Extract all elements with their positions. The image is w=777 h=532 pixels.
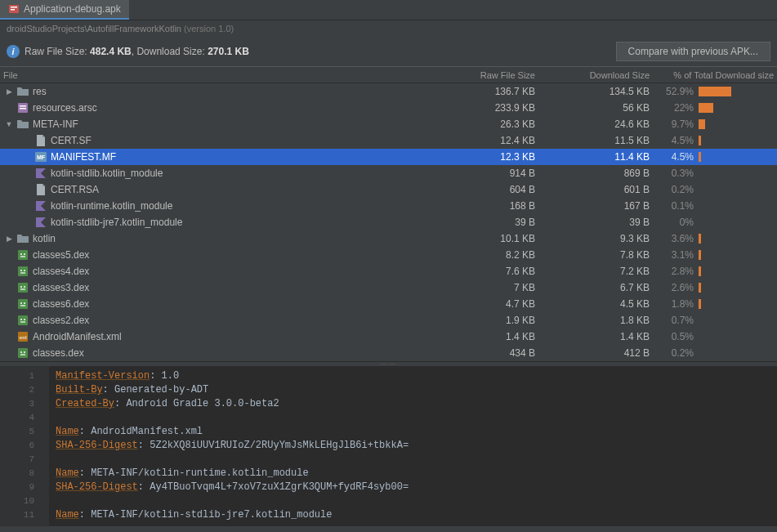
table-row[interactable]: classes3.dex7 KB6.7 KB2.6% xyxy=(0,279,777,296)
cell-file: ▶kotlin xyxy=(0,232,427,245)
cell-bar xyxy=(695,250,777,260)
km-icon xyxy=(34,167,47,180)
file-icon xyxy=(34,183,47,196)
dex-icon xyxy=(16,248,29,262)
cell-file: classes3.dex xyxy=(0,281,427,294)
table-row[interactable]: classes.dex434 B412 B0.2% xyxy=(0,345,777,361)
cell-percent: 0.2% xyxy=(656,184,695,195)
table-row[interactable]: classes5.dex8.2 KB7.8 KB3.1% xyxy=(0,247,777,263)
file-name: classes4.dex xyxy=(33,266,89,277)
bar-fill xyxy=(699,234,701,244)
svg-rect-14 xyxy=(18,283,28,293)
code-line: Manifest-Version: 1.0 xyxy=(56,369,770,383)
table-row[interactable]: classes2.dex1.9 KB1.8 KB0.7% xyxy=(0,312,777,329)
line-number: 9 xyxy=(0,481,34,494)
svg-rect-5 xyxy=(20,108,26,110)
table-row[interactable]: kotlin-stdlib-jre7.kotlin_module39 B39 B… xyxy=(0,214,777,230)
cell-raw-size: 434 B xyxy=(427,347,542,359)
table-row[interactable]: ▼META-INF26.3 KB24.6 KB9.7% xyxy=(0,116,777,132)
bar-fill xyxy=(699,266,701,276)
table-row[interactable]: xmlAndroidManifest.xml1.4 KB1.4 KB0.5% xyxy=(0,329,777,345)
svg-rect-2 xyxy=(11,9,15,11)
code-line xyxy=(56,411,770,425)
svg-point-21 xyxy=(20,319,22,320)
line-number: 7 xyxy=(0,453,34,467)
file-name: CERT.RSA xyxy=(51,184,99,195)
column-pct[interactable]: % of Total Download size xyxy=(656,67,777,83)
table-row[interactable]: MFMANIFEST.MF12.3 KB11.4 KB4.5% xyxy=(0,149,777,165)
km-icon xyxy=(34,216,47,229)
cell-download-size: 7.2 KB xyxy=(542,266,656,277)
cell-file: classes4.dex xyxy=(0,265,427,278)
svg-rect-11 xyxy=(18,266,28,276)
line-number: 2 xyxy=(0,383,34,397)
cell-percent: 0.1% xyxy=(656,200,695,212)
dex-icon xyxy=(16,314,29,327)
bar-fill xyxy=(699,119,705,129)
cell-bar xyxy=(695,315,777,325)
cell-download-size: 11.4 KB xyxy=(542,151,656,163)
cell-percent: 4.5% xyxy=(656,151,695,163)
cell-raw-size: 12.4 KB xyxy=(427,135,542,146)
folder-icon xyxy=(16,85,29,98)
file-name: META-INF xyxy=(33,118,78,130)
line-number: 1 xyxy=(0,369,34,383)
editor-tab[interactable]: Application-debug.apk xyxy=(0,0,129,20)
cell-percent: 3.1% xyxy=(656,249,695,261)
bar-fill xyxy=(699,103,713,113)
folder-icon xyxy=(16,118,29,131)
table-row[interactable]: kotlin-stdlib.kotlin_module914 B869 B0.3… xyxy=(0,165,777,181)
cell-raw-size: 1.9 KB xyxy=(427,315,542,326)
table-row[interactable]: ▶res136.7 KB134.5 KB52.9% xyxy=(0,83,777,100)
cell-file: kotlin-runtime.kotlin_module xyxy=(0,199,427,212)
table-row[interactable]: kotlin-runtime.kotlin_module168 B167 B0.… xyxy=(0,198,777,214)
svg-point-26 xyxy=(20,351,22,353)
cell-download-size: 167 B xyxy=(542,200,656,212)
cell-bar xyxy=(695,266,777,276)
cell-raw-size: 39 B xyxy=(427,217,542,228)
cell-raw-size: 604 B xyxy=(427,184,542,195)
cell-download-size: 39 B xyxy=(542,217,656,228)
file-name: classes6.dex xyxy=(33,298,89,310)
dex-icon xyxy=(16,346,29,360)
line-number: 6 xyxy=(0,439,34,453)
column-download-size[interactable]: Download Size xyxy=(542,67,656,83)
cell-file: resources.arsc xyxy=(0,101,427,114)
svg-point-15 xyxy=(20,286,22,288)
chevron-right-icon[interactable]: ▶ xyxy=(5,235,13,243)
breadcrumb-path: droidStudioProjects\AutofillFrameworkKot… xyxy=(7,24,181,34)
cell-percent: 2.6% xyxy=(656,282,695,293)
cell-file: CERT.SF xyxy=(0,134,427,147)
code-line: Created-By: Android Gradle 3.0.0-beta2 xyxy=(56,397,770,411)
manifest-editor: 1234567891011 Manifest-Version: 1.0Built… xyxy=(0,366,777,526)
table-row[interactable]: classes6.dex4.7 KB4.5 KB1.8% xyxy=(0,296,777,312)
cell-download-size: 4.5 KB xyxy=(542,298,656,310)
chevron-right-icon[interactable]: ▶ xyxy=(5,87,13,96)
table-row[interactable]: resources.arsc233.9 KB56 KB22% xyxy=(0,100,777,116)
compare-apk-button[interactable]: Compare with previous APK... xyxy=(616,42,770,61)
column-raw-size[interactable]: Raw File Size xyxy=(427,67,542,83)
chevron-down-icon[interactable]: ▼ xyxy=(5,120,13,128)
raw-size-label: Raw File Size: xyxy=(25,46,87,57)
table-row[interactable]: CERT.SF12.4 KB11.5 KB4.5% xyxy=(0,132,777,149)
column-file[interactable]: File xyxy=(0,67,427,83)
file-name: classes2.dex xyxy=(33,315,89,326)
cell-raw-size: 7 KB xyxy=(427,282,542,293)
cell-raw-size: 4.7 KB xyxy=(427,298,542,310)
cell-download-size: 6.7 KB xyxy=(542,282,656,293)
table-body: ▶res136.7 KB134.5 KB52.9%resources.arsc2… xyxy=(0,83,777,361)
code-line: SHA-256-Digest: Ay4TBuoTvqm4L+7xoV7zuX1Z… xyxy=(56,481,770,494)
cell-percent: 3.6% xyxy=(656,233,695,244)
cell-percent: 9.7% xyxy=(656,118,695,130)
file-name: kotlin-stdlib.kotlin_module xyxy=(51,168,163,179)
table-row[interactable]: CERT.RSA604 B601 B0.2% xyxy=(0,181,777,198)
cell-raw-size: 12.3 KB xyxy=(427,151,542,163)
cell-bar xyxy=(695,168,777,178)
table-row[interactable]: classes4.dex7.6 KB7.2 KB2.8% xyxy=(0,263,777,279)
cell-bar xyxy=(695,152,777,162)
cell-download-size: 24.6 KB xyxy=(542,118,656,130)
table-row[interactable]: ▶kotlin10.1 KB9.3 KB3.6% xyxy=(0,230,777,247)
editor-code[interactable]: Manifest-Version: 1.0Built-By: Generated… xyxy=(49,366,777,526)
cell-percent: 1.8% xyxy=(656,298,695,310)
dl-size-value: 270.1 KB xyxy=(208,46,249,57)
